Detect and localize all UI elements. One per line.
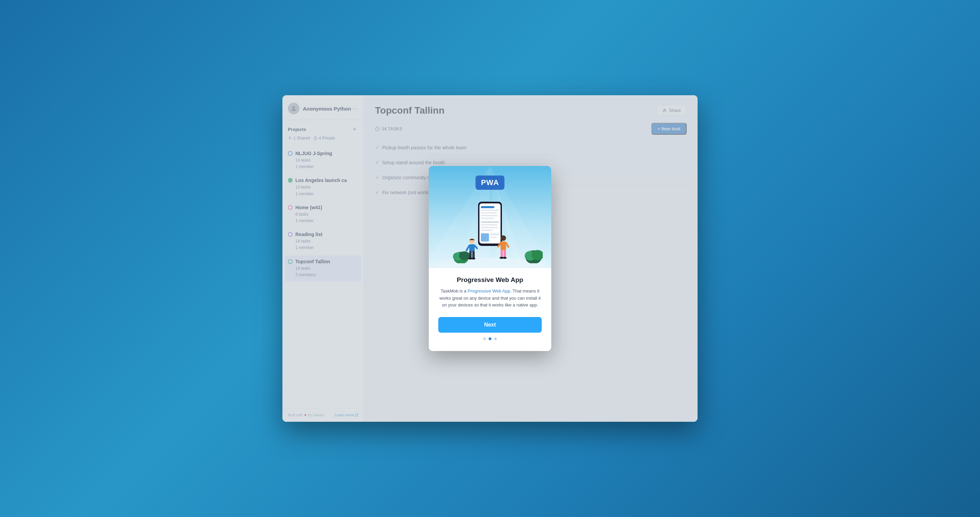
- person-orange: [497, 235, 510, 262]
- next-button[interactable]: Next: [438, 317, 542, 333]
- svg-rect-23: [481, 233, 489, 241]
- modal-body: Progressive Web App TaskMob is a Progres…: [429, 268, 551, 351]
- svg-rect-39: [504, 250, 506, 258]
- svg-line-28: [466, 246, 469, 251]
- svg-rect-38: [501, 250, 503, 258]
- svg-rect-15: [481, 209, 499, 211]
- modal-hero: PWA: [429, 166, 551, 268]
- svg-rect-25: [490, 237, 497, 238]
- dot-3: [494, 338, 497, 340]
- app-window: Anonymous Python ⋯ Projects + 1 Shared 4…: [282, 95, 698, 422]
- modal-title: Progressive Web App: [438, 276, 542, 284]
- svg-line-29: [475, 246, 477, 248]
- pwa-link[interactable]: Progressive Web App: [468, 289, 510, 293]
- svg-rect-22: [481, 230, 493, 231]
- svg-rect-17: [481, 215, 498, 216]
- modal-overlay: PWA: [282, 95, 698, 422]
- svg-rect-31: [472, 251, 475, 258]
- svg-rect-16: [481, 212, 497, 214]
- pwa-badge: PWA: [476, 176, 504, 190]
- svg-point-34: [501, 235, 506, 241]
- dot-1: [483, 338, 486, 340]
- svg-line-37: [506, 243, 508, 247]
- person-blue: [466, 238, 479, 262]
- svg-rect-19: [481, 221, 499, 223]
- svg-rect-30: [469, 251, 472, 258]
- svg-line-36: [498, 243, 501, 247]
- svg-rect-18: [481, 218, 495, 219]
- pwa-modal: PWA: [429, 166, 551, 351]
- right-bush: [524, 248, 543, 263]
- svg-rect-14: [481, 206, 495, 208]
- svg-point-33: [471, 257, 476, 260]
- modal-dots: [438, 338, 542, 343]
- svg-rect-21: [481, 227, 498, 228]
- svg-rect-20: [481, 224, 497, 225]
- dot-2: [488, 338, 492, 340]
- svg-point-41: [503, 257, 507, 259]
- modal-description: TaskMob is a Progressive Web App. That m…: [438, 288, 542, 309]
